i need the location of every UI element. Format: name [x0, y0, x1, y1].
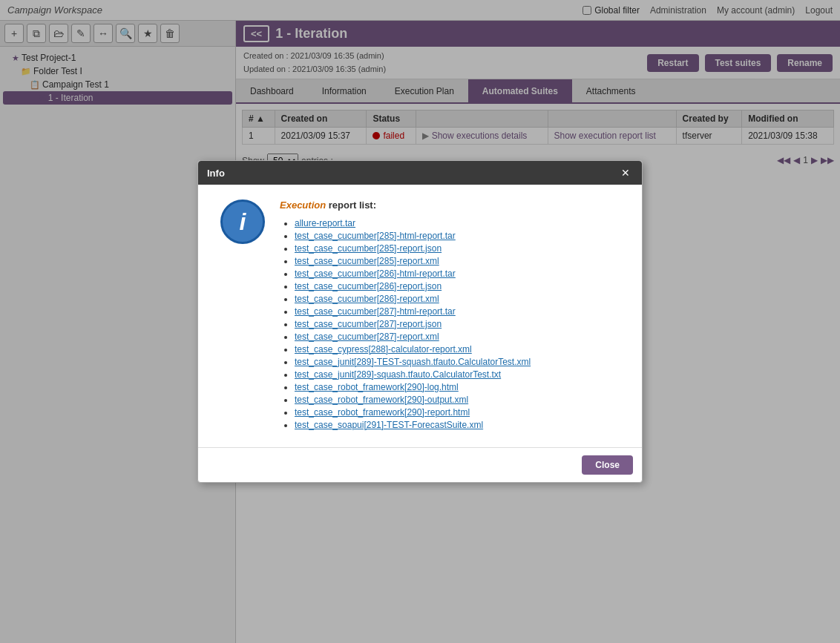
file-link[interactable]: test_case_robot_framework[290]-log.html	[295, 382, 459, 392]
modal-close-footer-button[interactable]: Close	[582, 455, 633, 475]
list-item: test_case_cucumber[285]-html-report.tar	[295, 231, 620, 241]
modal-footer: Close	[198, 447, 642, 482]
modal-close-button[interactable]: ✕	[618, 167, 633, 179]
list-item: test_case_robot_framework[290]-report.ht…	[295, 407, 620, 418]
file-link[interactable]: test_case_robot_framework[290]-output.xm…	[295, 395, 468, 405]
info-modal: Info ✕ i Execution report list: allure-r…	[197, 160, 643, 483]
list-item: test_case_robot_framework[290]-log.html	[295, 382, 620, 392]
modal-overlay: Info ✕ i Execution report list: allure-r…	[0, 0, 840, 643]
file-link[interactable]: test_case_cucumber[287]-report.json	[295, 319, 442, 329]
info-icon: i	[220, 200, 265, 244]
list-item: test_case_junit[289]-TEST-squash.tfauto.…	[295, 357, 620, 367]
list-item: test_case_cucumber[286]-report.xml	[295, 294, 620, 304]
file-link[interactable]: test_case_cucumber[285]-report.xml	[295, 256, 439, 266]
file-link[interactable]: allure-report.tar	[295, 218, 355, 228]
list-item: test_case_soapui[291]-TEST-ForecastSuite…	[295, 420, 620, 430]
file-link[interactable]: test_case_robot_framework[290]-report.ht…	[295, 407, 470, 418]
list-item: test_case_cypress[288]-calculator-report…	[295, 344, 620, 355]
file-link[interactable]: test_case_junit[289]-TEST-squash.tfauto.…	[295, 357, 531, 367]
file-link[interactable]: test_case_cucumber[287]-html-report.tar	[295, 306, 456, 317]
file-link[interactable]: test_case_cypress[288]-calculator-report…	[295, 344, 472, 355]
list-item: test_case_cucumber[287]-report.xml	[295, 332, 620, 342]
file-link[interactable]: test_case_cucumber[286]-html-report.tar	[295, 268, 456, 279]
modal-heading: Execution report list:	[280, 200, 620, 211]
file-link[interactable]: test_case_cucumber[285]-html-report.tar	[295, 231, 456, 241]
file-link[interactable]: test_case_junit[289]-squash.tfauto.Calcu…	[295, 369, 501, 380]
modal-header: Info ✕	[198, 161, 642, 185]
list-item: test_case_robot_framework[290]-output.xm…	[295, 395, 620, 405]
list-item: test_case_junit[289]-squash.tfauto.Calcu…	[295, 369, 620, 380]
list-item: test_case_cucumber[285]-report.json	[295, 243, 620, 254]
list-item: test_case_cucumber[285]-report.xml	[295, 256, 620, 266]
list-item: test_case_cucumber[286]-html-report.tar	[295, 268, 620, 279]
file-link[interactable]: test_case_cucumber[285]-report.json	[295, 243, 442, 254]
file-link[interactable]: test_case_cucumber[286]-report.xml	[295, 294, 439, 304]
list-item: test_case_cucumber[286]-report.json	[295, 281, 620, 291]
file-list: allure-report.tar test_case_cucumber[285…	[280, 218, 620, 430]
file-link[interactable]: test_case_cucumber[287]-report.xml	[295, 332, 439, 342]
list-item: test_case_cucumber[287]-html-report.tar	[295, 306, 620, 317]
modal-title: Info	[207, 168, 225, 179]
modal-body: i Execution report list: allure-report.t…	[198, 185, 642, 447]
list-item: allure-report.tar	[295, 218, 620, 228]
file-link[interactable]: test_case_soapui[291]-TEST-ForecastSuite…	[295, 420, 483, 430]
modal-heading-rest: report list:	[329, 200, 376, 211]
modal-content-area: Execution report list: allure-report.tar…	[280, 200, 620, 432]
modal-heading-exec: Execution	[280, 200, 326, 211]
file-link[interactable]: test_case_cucumber[286]-report.json	[295, 281, 442, 291]
modal-icon-area: i	[220, 200, 265, 432]
list-item: test_case_cucumber[287]-report.json	[295, 319, 620, 329]
